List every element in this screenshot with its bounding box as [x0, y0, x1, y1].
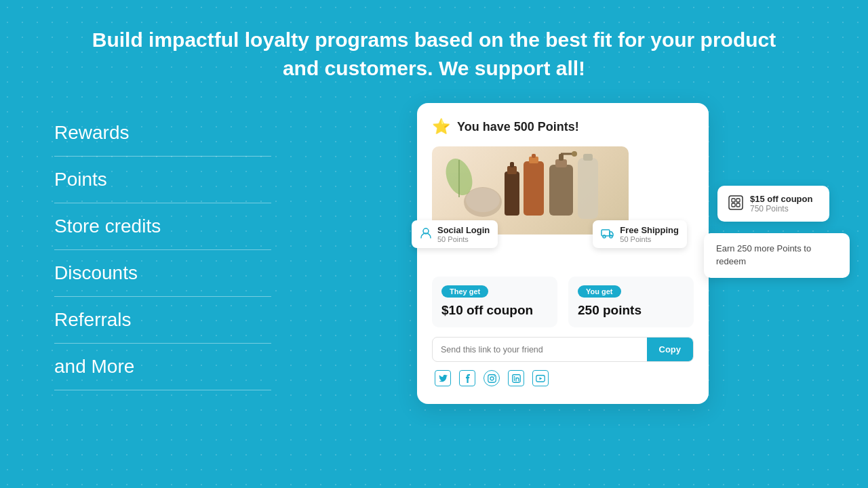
free-shipping-title: Free Shipping — [620, 225, 679, 235]
svg-rect-15 — [578, 158, 598, 219]
coupon-card: $15 off coupon 750 Points — [717, 186, 829, 222]
nav-item-store-credits[interactable]: Store credits — [54, 203, 271, 250]
you-get-value: 250 points — [578, 303, 684, 318]
twitter-icon[interactable] — [435, 370, 451, 386]
earn-more-text: Earn 250 more Points to redeem — [716, 243, 811, 266]
facebook-icon[interactable] — [459, 370, 475, 386]
points-text: You have 500 Points! — [457, 120, 579, 134]
they-get-box: They get $10 off coupon — [432, 277, 557, 327]
svg-point-30 — [513, 376, 515, 378]
free-shipping-points: 50 Points — [620, 235, 679, 243]
svg-point-27 — [490, 377, 494, 380]
linkedin-icon[interactable] — [508, 370, 524, 386]
nav-item-rewards[interactable]: Rewards — [54, 110, 271, 157]
svg-point-19 — [603, 235, 606, 238]
referral-row: They get $10 off coupon You get 250 poin… — [432, 277, 694, 327]
points-header: ⭐ You have 500 Points! — [432, 118, 694, 136]
shipping-icon — [601, 228, 614, 241]
svg-rect-9 — [532, 154, 536, 158]
nav-item-referrals[interactable]: Referrals — [54, 297, 271, 344]
social-row — [432, 370, 694, 386]
svg-rect-21 — [729, 196, 743, 209]
svg-rect-24 — [732, 203, 735, 207]
referral-section: They get $10 off coupon You get 250 poin… — [432, 266, 694, 392]
social-login-points: 50 Points — [437, 235, 490, 243]
header-section: Build impactful loyalty programs based o… — [0, 0, 868, 103]
svg-point-20 — [610, 235, 612, 238]
star-icon: ⭐ — [432, 118, 450, 136]
svg-rect-18 — [601, 230, 610, 236]
badge-social-login: Social Login 50 Points — [412, 220, 498, 248]
instagram-icon[interactable] — [484, 370, 500, 386]
social-login-title: Social Login — [437, 225, 490, 235]
share-row: Copy — [432, 337, 694, 362]
svg-rect-10 — [549, 165, 573, 216]
coupon-icon — [728, 195, 743, 214]
youtube-icon[interactable] — [532, 370, 549, 386]
svg-rect-25 — [736, 203, 740, 207]
coupon-points: 750 Points — [750, 204, 812, 214]
main-card: ⭐ You have 500 Points! — [417, 103, 709, 404]
svg-rect-6 — [510, 162, 514, 167]
svg-rect-22 — [732, 199, 735, 202]
user-icon — [420, 227, 432, 242]
svg-rect-16 — [583, 154, 593, 161]
coupon-title: $15 off coupon — [750, 194, 812, 204]
nav-item-points[interactable]: Points — [54, 157, 271, 203]
copy-button[interactable]: Copy — [647, 338, 694, 361]
badge-free-shipping: Free Shipping 50 Points — [593, 220, 687, 248]
nav-item-discounts[interactable]: Discounts — [54, 250, 271, 297]
right-area: ⭐ You have 500 Points! — [271, 103, 814, 404]
they-get-tag: They get — [441, 285, 488, 298]
svg-rect-7 — [524, 161, 544, 216]
svg-rect-4 — [505, 171, 519, 216]
svg-point-28 — [494, 375, 495, 377]
svg-point-14 — [572, 151, 577, 157]
nav-item-more[interactable]: and More — [54, 344, 271, 390]
share-link-input[interactable] — [441, 338, 642, 361]
you-get-box: You get 250 points — [568, 277, 694, 327]
svg-rect-23 — [736, 199, 740, 202]
they-get-value: $10 off coupon — [441, 303, 548, 318]
main-content: Rewards Points Store credits Discounts R… — [0, 103, 868, 488]
you-get-tag: You get — [578, 285, 621, 298]
left-nav: Rewards Points Store credits Discounts R… — [54, 103, 271, 390]
earn-more-card: Earn 250 more Points to redeem — [704, 233, 850, 278]
header-title: Build impactful loyalty programs based o… — [81, 26, 787, 83]
